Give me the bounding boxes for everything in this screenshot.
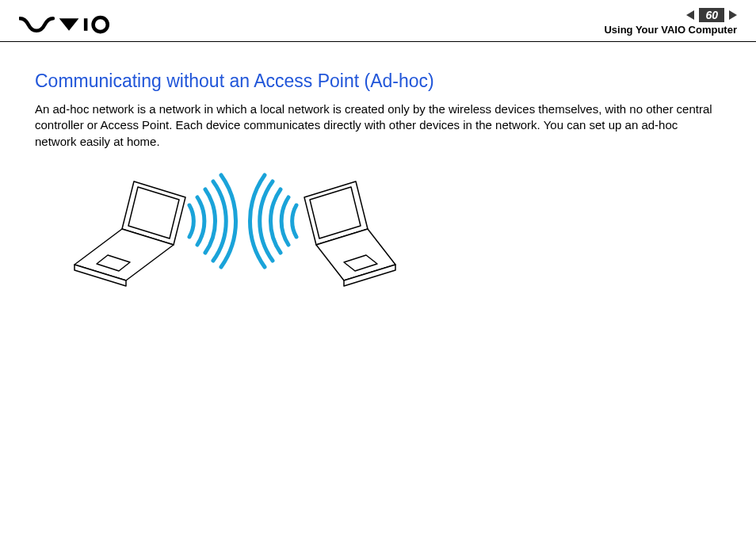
- section-heading: Communicating without an Access Point (A…: [35, 71, 721, 92]
- section-body: An ad-hoc network is a network in which …: [35, 101, 721, 150]
- page-number: 60: [699, 8, 724, 22]
- laptop-left-icon: [74, 181, 185, 286]
- next-page-icon[interactable]: [729, 10, 737, 20]
- signal-left-icon: [189, 175, 236, 267]
- laptop-right-icon: [304, 181, 395, 286]
- page-content: Communicating without an Access Point (A…: [0, 42, 756, 311]
- adhoc-illustration: [59, 166, 721, 311]
- header-right: 60 Using Your VAIO Computer: [604, 8, 737, 36]
- page-header: 60 Using Your VAIO Computer: [0, 0, 756, 42]
- signal-right-icon: [250, 175, 296, 267]
- svg-rect-0: [84, 18, 88, 31]
- vaio-logo: [19, 8, 132, 38]
- page-navigation: 60: [686, 8, 737, 22]
- svg-point-1: [94, 17, 108, 32]
- header-subtitle: Using Your VAIO Computer: [604, 24, 737, 36]
- prev-page-icon[interactable]: [686, 10, 694, 20]
